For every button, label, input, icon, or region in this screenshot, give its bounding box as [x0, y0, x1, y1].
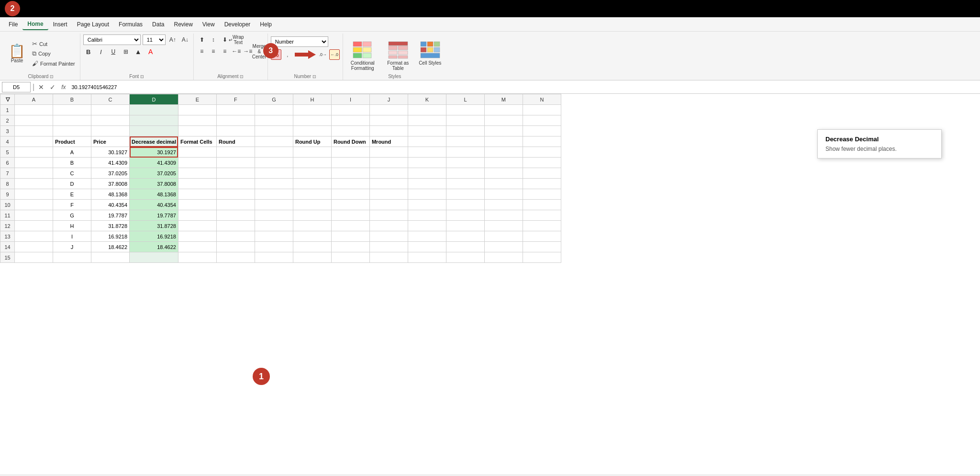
format-as-table-button[interactable]: Format as Table: [381, 38, 415, 73]
cell-b8[interactable]: D: [53, 179, 91, 189]
menu-view[interactable]: View: [198, 19, 220, 30]
cell-h11[interactable]: [293, 210, 331, 221]
cell-i8[interactable]: [331, 179, 369, 189]
col-header-m[interactable]: M: [484, 94, 523, 105]
cell-l5[interactable]: [446, 147, 484, 158]
cell-e2[interactable]: [178, 115, 216, 126]
cell-f11[interactable]: [216, 210, 255, 221]
font-name-select[interactable]: Calibri: [83, 34, 141, 45]
cell-b12[interactable]: H: [53, 221, 91, 231]
cell-f2[interactable]: [216, 115, 255, 126]
cell-a7[interactable]: [15, 168, 53, 179]
col-header-j[interactable]: J: [369, 94, 408, 105]
cell-a9[interactable]: [15, 189, 53, 200]
row-header-10[interactable]: 10: [0, 200, 15, 210]
align-right-button[interactable]: ≡: [220, 46, 230, 57]
cell-l12[interactable]: [446, 221, 484, 231]
cell-m3[interactable]: [484, 126, 523, 136]
menu-home[interactable]: Home: [22, 19, 48, 30]
cell-h7[interactable]: [293, 168, 331, 179]
cell-d10[interactable]: 40.4354: [130, 200, 178, 210]
cell-c9[interactable]: 48.1368: [91, 189, 130, 200]
cell-n1[interactable]: [523, 105, 561, 115]
cell-g10[interactable]: [255, 200, 293, 210]
cell-e13[interactable]: [178, 231, 216, 242]
cell-k1[interactable]: [408, 105, 446, 115]
cancel-formula-icon[interactable]: ✕: [36, 82, 46, 92]
col-header-c[interactable]: C: [91, 94, 130, 105]
row-header-1[interactable]: 1: [0, 105, 15, 115]
cell-g3[interactable]: [255, 126, 293, 136]
cell-b10[interactable]: F: [53, 200, 91, 210]
cell-l9[interactable]: [446, 189, 484, 200]
align-top-button[interactable]: ⬆: [197, 34, 207, 45]
cell-d8[interactable]: 37.8008: [130, 179, 178, 189]
col-header-a[interactable]: A: [15, 94, 53, 105]
cell-b2[interactable]: [53, 115, 91, 126]
cell-e10[interactable]: [178, 200, 216, 210]
cell-m10[interactable]: [484, 200, 523, 210]
cell-a12[interactable]: [15, 221, 53, 231]
cell-h14[interactable]: [293, 242, 331, 252]
cell-n11[interactable]: [523, 210, 561, 221]
cell-f6[interactable]: [216, 158, 255, 168]
formula-input[interactable]: [70, 82, 979, 92]
cell-k10[interactable]: [408, 200, 446, 210]
corner-cell[interactable]: ▽: [0, 94, 15, 105]
font-decrease-button[interactable]: A↓: [180, 34, 190, 45]
cell-f7[interactable]: [216, 168, 255, 179]
cell-l11[interactable]: [446, 210, 484, 221]
cell-d12[interactable]: 31.8728: [130, 221, 178, 231]
cell-k14[interactable]: [408, 242, 446, 252]
cell-m9[interactable]: [484, 189, 523, 200]
cell-c12[interactable]: 31.8728: [91, 221, 130, 231]
menu-help[interactable]: Help: [255, 19, 277, 30]
cell-c15[interactable]: [91, 252, 130, 263]
cell-j7[interactable]: [369, 168, 408, 179]
font-color-button[interactable]: A: [145, 46, 156, 57]
cell-i5[interactable]: [331, 147, 369, 158]
cell-j10[interactable]: [369, 200, 408, 210]
menu-formulas[interactable]: Formulas: [114, 19, 147, 30]
cell-m7[interactable]: [484, 168, 523, 179]
cell-e6[interactable]: [178, 158, 216, 168]
cell-k15[interactable]: [408, 252, 446, 263]
cell-i2[interactable]: [331, 115, 369, 126]
cell-d2[interactable]: [130, 115, 178, 126]
cell-a6[interactable]: [15, 158, 53, 168]
decrease-indent-button[interactable]: ←≡: [231, 46, 242, 57]
cell-f13[interactable]: [216, 231, 255, 242]
cell-h9[interactable]: [293, 189, 331, 200]
cell-n8[interactable]: [523, 179, 561, 189]
align-center-button[interactable]: ≡: [208, 46, 219, 57]
cell-j13[interactable]: [369, 231, 408, 242]
cell-a15[interactable]: [15, 252, 53, 263]
cell-b1[interactable]: [53, 105, 91, 115]
col-header-e[interactable]: E: [178, 94, 216, 105]
cell-k4[interactable]: [408, 136, 446, 147]
bold-button[interactable]: B: [83, 46, 94, 57]
cell-m8[interactable]: [484, 179, 523, 189]
cell-h1[interactable]: [293, 105, 331, 115]
cell-c4[interactable]: Price: [91, 136, 130, 147]
cell-f4[interactable]: Round: [216, 136, 255, 147]
col-header-d[interactable]: D: [130, 94, 178, 105]
border-button[interactable]: ⊞: [121, 46, 131, 57]
cell-i1[interactable]: [331, 105, 369, 115]
cell-n4[interactable]: [523, 136, 561, 147]
cell-l2[interactable]: [446, 115, 484, 126]
row-header-4[interactable]: 4: [0, 136, 15, 147]
cell-g1[interactable]: [255, 105, 293, 115]
cell-c14[interactable]: 18.4622: [91, 242, 130, 252]
col-header-b[interactable]: B: [53, 94, 91, 105]
cell-j11[interactable]: [369, 210, 408, 221]
cell-f5[interactable]: [216, 147, 255, 158]
cell-g15[interactable]: [255, 252, 293, 263]
cell-h2[interactable]: [293, 115, 331, 126]
menu-data[interactable]: Data: [147, 19, 169, 30]
increase-decimal-button[interactable]: .0→: [318, 49, 328, 60]
cell-b13[interactable]: I: [53, 231, 91, 242]
cell-l4[interactable]: [446, 136, 484, 147]
cell-g7[interactable]: [255, 168, 293, 179]
cell-f8[interactable]: [216, 179, 255, 189]
